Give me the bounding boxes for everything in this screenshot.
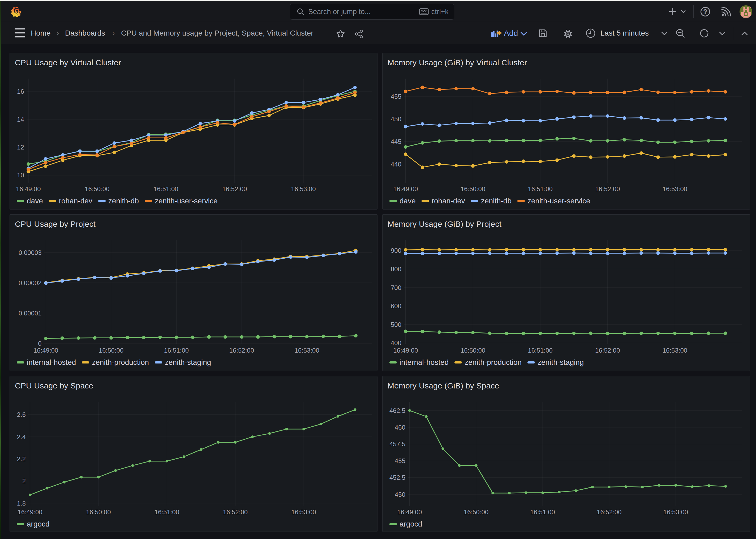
svg-text:16:49:00: 16:49:00 bbox=[16, 185, 40, 193]
svg-text:16:53:00: 16:53:00 bbox=[291, 508, 316, 516]
svg-text:12: 12 bbox=[17, 144, 24, 151]
svg-text:2.4: 2.4 bbox=[17, 433, 26, 440]
svg-text:1.8: 1.8 bbox=[17, 500, 26, 507]
svg-text:16:49:00: 16:49:00 bbox=[393, 185, 418, 193]
svg-text:16:53:00: 16:53:00 bbox=[291, 185, 315, 193]
svg-text:600: 600 bbox=[391, 302, 401, 310]
svg-text:0.00002: 0.00002 bbox=[19, 279, 42, 286]
svg-text:16:53:00: 16:53:00 bbox=[662, 185, 687, 193]
svg-text:16:52:00: 16:52:00 bbox=[595, 347, 620, 354]
svg-text:452.5: 452.5 bbox=[389, 474, 405, 481]
svg-text:0.00001: 0.00001 bbox=[19, 310, 42, 317]
svg-text:16:52:00: 16:52:00 bbox=[229, 347, 254, 354]
svg-text:16:53:00: 16:53:00 bbox=[294, 347, 319, 354]
svg-text:450: 450 bbox=[395, 491, 405, 498]
svg-text:462.5: 462.5 bbox=[389, 407, 405, 414]
svg-text:500: 500 bbox=[391, 321, 401, 328]
svg-text:0: 0 bbox=[38, 340, 41, 347]
svg-text:16:51:00: 16:51:00 bbox=[528, 347, 552, 354]
svg-text:16:53:00: 16:53:00 bbox=[663, 508, 688, 516]
svg-text:16:51:00: 16:51:00 bbox=[530, 508, 555, 516]
svg-text:450: 450 bbox=[391, 116, 401, 123]
svg-text:16:52:00: 16:52:00 bbox=[223, 508, 248, 516]
svg-text:400: 400 bbox=[391, 339, 401, 346]
svg-text:16:50:00: 16:50:00 bbox=[464, 508, 488, 516]
svg-text:457.5: 457.5 bbox=[389, 440, 405, 448]
svg-text:0.00003: 0.00003 bbox=[19, 249, 42, 256]
svg-text:2.6: 2.6 bbox=[17, 411, 26, 418]
svg-text:16:50:00: 16:50:00 bbox=[460, 347, 485, 354]
svg-text:16:49:00: 16:49:00 bbox=[397, 508, 422, 516]
svg-text:700: 700 bbox=[391, 284, 401, 291]
svg-text:900: 900 bbox=[391, 247, 401, 254]
svg-text:16:51:00: 16:51:00 bbox=[155, 508, 179, 516]
svg-text:16:52:00: 16:52:00 bbox=[222, 185, 247, 193]
svg-text:455: 455 bbox=[391, 93, 401, 100]
svg-text:460: 460 bbox=[395, 424, 405, 431]
svg-text:10: 10 bbox=[17, 172, 24, 179]
svg-text:2: 2 bbox=[22, 477, 26, 485]
svg-text:16:50:00: 16:50:00 bbox=[460, 185, 485, 193]
svg-text:16:49:00: 16:49:00 bbox=[18, 508, 42, 516]
svg-text:?: ? bbox=[703, 8, 707, 15]
svg-text:16:51:00: 16:51:00 bbox=[164, 347, 189, 354]
svg-text:16:52:00: 16:52:00 bbox=[597, 508, 621, 516]
svg-text:16:52:00: 16:52:00 bbox=[595, 185, 620, 193]
svg-text:16:49:00: 16:49:00 bbox=[393, 347, 418, 354]
svg-text:16:50:00: 16:50:00 bbox=[86, 508, 111, 516]
svg-text:16:50:00: 16:50:00 bbox=[85, 185, 109, 193]
svg-text:16: 16 bbox=[17, 88, 24, 95]
svg-text:14: 14 bbox=[17, 116, 24, 123]
svg-text:440: 440 bbox=[391, 161, 401, 168]
svg-text:16:50:00: 16:50:00 bbox=[99, 347, 123, 354]
svg-text:16:49:00: 16:49:00 bbox=[34, 347, 58, 354]
svg-text:445: 445 bbox=[391, 138, 401, 145]
svg-text:800: 800 bbox=[391, 266, 401, 273]
svg-text:455: 455 bbox=[395, 457, 405, 464]
svg-text:16:51:00: 16:51:00 bbox=[154, 185, 178, 193]
svg-text:16:51:00: 16:51:00 bbox=[528, 185, 552, 193]
svg-text:2.2: 2.2 bbox=[17, 455, 26, 463]
svg-text:16:53:00: 16:53:00 bbox=[662, 347, 687, 354]
